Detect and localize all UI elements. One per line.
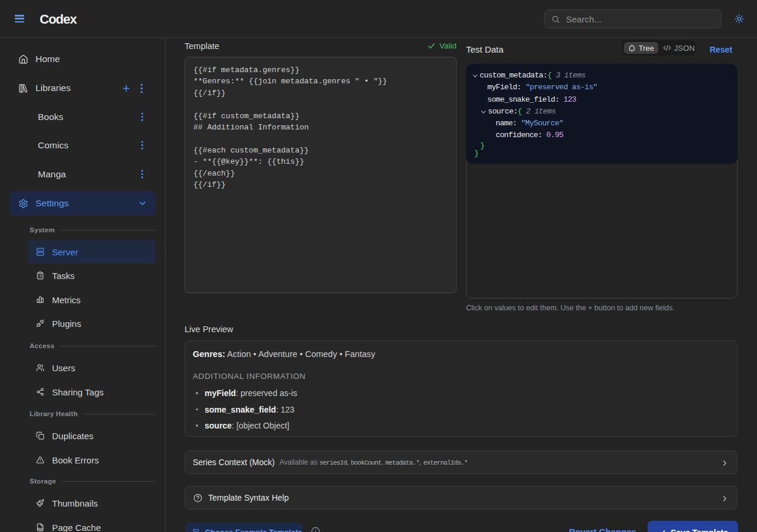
svg-text:PDF: PDF	[37, 528, 43, 531]
